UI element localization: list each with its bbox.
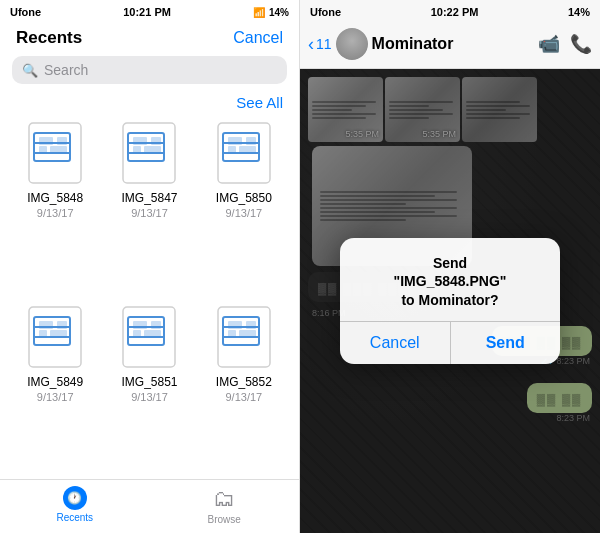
svg-rect-7 (50, 146, 67, 154)
tab-recents-label: Recents (56, 512, 93, 523)
svg-rect-39 (144, 330, 161, 338)
file-icon-6 (210, 303, 278, 371)
file-date-1: 9/13/17 (37, 207, 74, 219)
phone-call-icon[interactable]: 📞 (570, 33, 592, 55)
tab-browse[interactable]: 🗂 Browse (150, 486, 300, 525)
file-name-5: IMG_5851 (121, 375, 177, 389)
nav-bar-left: Recents Cancel (0, 22, 299, 56)
svg-rect-5 (57, 137, 67, 145)
file-name-6: IMG_5852 (216, 375, 272, 389)
file-name-3: IMG_5850 (216, 191, 272, 205)
file-icon-3 (210, 119, 278, 187)
dialog-buttons: Cancel Send (340, 322, 560, 364)
svg-rect-20 (228, 137, 242, 145)
chat-body: 5:35 PM 5:35 PM (300, 69, 600, 533)
video-call-icon[interactable]: 📹 (538, 33, 560, 55)
file-item-1[interactable]: IMG_5848 9/13/17 (12, 119, 98, 295)
file-date-2: 9/13/17 (131, 207, 168, 219)
svg-rect-38 (133, 330, 141, 338)
back-button[interactable]: ‹ 11 (308, 34, 332, 55)
avatar-image (336, 28, 368, 60)
search-icon: 🔍 (22, 63, 38, 78)
svg-rect-13 (151, 137, 161, 145)
file-item-2[interactable]: IMG_5847 9/13/17 (106, 119, 192, 295)
svg-rect-12 (133, 137, 147, 145)
file-date-4: 9/13/17 (37, 391, 74, 403)
time-left: 10:21 PM (123, 6, 171, 18)
svg-rect-37 (151, 321, 161, 329)
file-icon-2 (115, 119, 183, 187)
file-name-4: IMG_5849 (27, 375, 83, 389)
file-name-1: IMG_5848 (27, 191, 83, 205)
carrier-right: Ufone (310, 6, 341, 18)
svg-rect-14 (133, 146, 141, 154)
status-bar-right: Ufone 10:22 PM 14% (300, 0, 600, 22)
chat-nav-bar: ‹ 11 Mominator 📹 📞 (300, 22, 600, 69)
right-panel: Ufone 10:22 PM 14% ‹ 11 Mominator 📹 📞 (300, 0, 600, 533)
bottom-tabs: 🕐 Recents 🗂 Browse (0, 479, 299, 533)
battery-right: 14% (568, 6, 590, 18)
dialog-title: Send "IMG_5848.PNG" to Mominator? (356, 254, 544, 309)
avatar (336, 28, 368, 60)
file-icon-4 (21, 303, 89, 371)
svg-rect-30 (39, 330, 47, 338)
svg-rect-15 (144, 146, 161, 154)
svg-rect-44 (228, 321, 242, 329)
svg-rect-46 (228, 330, 236, 338)
files-grid: IMG_5848 9/13/17 IMG_5847 9/13/17 (0, 119, 299, 479)
file-date-3: 9/13/17 (225, 207, 262, 219)
file-date-6: 9/13/17 (225, 391, 262, 403)
file-icon-5 (115, 303, 183, 371)
see-all-row: See All (0, 92, 299, 119)
time-right: 10:22 PM (431, 6, 479, 18)
dialog-send-button[interactable]: Send (451, 322, 561, 364)
back-chevron-icon: ‹ (308, 34, 314, 55)
file-icon-1 (21, 119, 89, 187)
svg-rect-28 (39, 321, 53, 329)
dialog-cancel-button[interactable]: Cancel (340, 322, 451, 364)
svg-rect-45 (246, 321, 256, 329)
left-panel: Ufone 10:21 PM 📶 14% Recents Cancel 🔍 Se… (0, 0, 300, 533)
search-bar[interactable]: 🔍 Search (12, 56, 287, 84)
dialog-box: Send "IMG_5848.PNG" to Mominator? Cancel… (340, 238, 560, 364)
tab-recents[interactable]: 🕐 Recents (0, 486, 150, 525)
status-bar-left: Ufone 10:21 PM 📶 14% (0, 0, 299, 22)
chat-actions: 📹 📞 (538, 33, 592, 55)
file-item-3[interactable]: IMG_5850 9/13/17 (201, 119, 287, 295)
dialog-content: Send "IMG_5848.PNG" to Mominator? (340, 238, 560, 321)
svg-rect-21 (246, 137, 256, 145)
chat-name: Mominator (372, 35, 534, 53)
carrier-left: Ufone (10, 6, 41, 18)
svg-rect-23 (239, 146, 256, 154)
svg-rect-47 (239, 330, 256, 338)
back-count: 11 (316, 36, 332, 52)
search-placeholder: Search (44, 62, 88, 78)
svg-rect-31 (50, 330, 67, 338)
recents-icon: 🕐 (63, 486, 87, 510)
svg-rect-4 (39, 137, 53, 145)
nav-title: Recents (16, 28, 82, 48)
see-all-link[interactable]: See All (236, 94, 283, 111)
tab-browse-label: Browse (208, 514, 241, 525)
file-date-5: 9/13/17 (131, 391, 168, 403)
file-item-6[interactable]: IMG_5852 9/13/17 (201, 303, 287, 479)
svg-rect-29 (57, 321, 67, 329)
browse-icon: 🗂 (213, 486, 235, 512)
file-item-5[interactable]: IMG_5851 9/13/17 (106, 303, 192, 479)
file-name-2: IMG_5847 (121, 191, 177, 205)
svg-rect-36 (133, 321, 147, 329)
battery-left: 📶 14% (253, 7, 289, 18)
file-item-4[interactable]: IMG_5849 9/13/17 (12, 303, 98, 479)
cancel-button[interactable]: Cancel (233, 29, 283, 47)
svg-rect-22 (228, 146, 236, 154)
dialog-overlay: Send "IMG_5848.PNG" to Mominator? Cancel… (300, 69, 600, 533)
svg-rect-6 (39, 146, 47, 154)
